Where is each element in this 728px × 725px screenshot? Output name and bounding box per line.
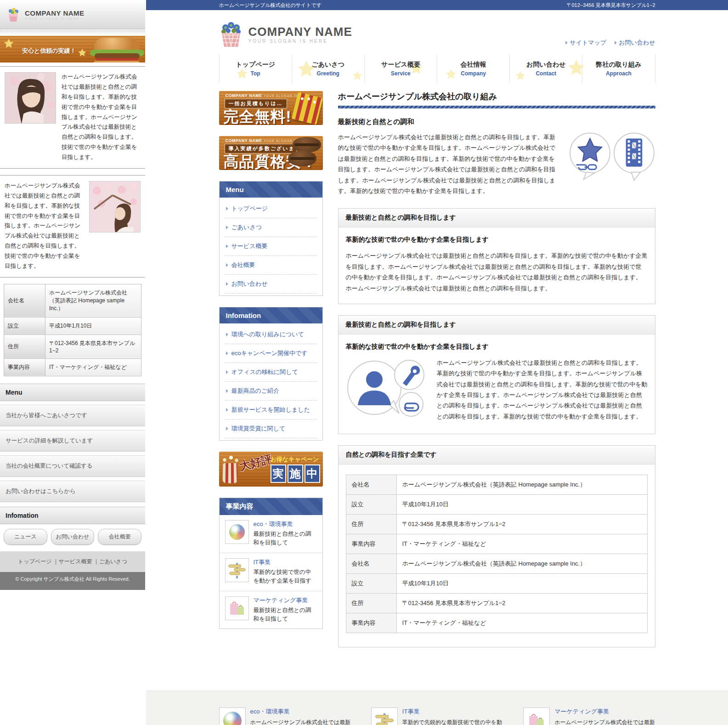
menu-link-contact[interactable]: お問い合わせ xyxy=(225,275,317,294)
contact-link[interactable]: お問い合わせ xyxy=(615,39,655,47)
star-icon xyxy=(77,48,87,58)
section-2: 最新技術と自然との調和を目指します 革新的な技術で世の中を動かす企業を目指します xyxy=(338,315,655,434)
business-item-eco[interactable]: eco・環境事業最新技術と自然との調和を目指して xyxy=(220,515,322,553)
shopping-bags-icon xyxy=(527,711,546,725)
footer-marketing-link[interactable]: マーケティング事業 xyxy=(554,708,609,715)
table-row: 設立平成10年1月10日 xyxy=(346,494,647,514)
star-icon xyxy=(514,70,526,82)
company-section-header: 自然との調和を目指す企業です xyxy=(339,446,655,464)
table-row: 住所〒012-3456 見本県見本市サンプル1−2 xyxy=(346,593,647,613)
flower-basket-icon xyxy=(219,21,243,48)
section-1-subheading: 革新的な技術で世の中を動かす企業を目指します xyxy=(346,236,648,244)
star-icon xyxy=(566,58,587,78)
sidebar-menu-item-service[interactable]: サービスの詳細を解説しています xyxy=(0,430,145,452)
blossom-photo xyxy=(89,181,141,232)
nav-item-contact[interactable]: お問い合わせContact xyxy=(510,54,582,83)
arrow-icon xyxy=(226,427,228,430)
news-button[interactable]: ニュース xyxy=(4,529,47,545)
content-area: COMPANY NAME YOUR SLOGAN IS HERE 一括お見積もり… xyxy=(219,83,655,658)
title-rule xyxy=(338,106,655,108)
arrow-icon xyxy=(226,207,228,210)
arrow-icon xyxy=(226,282,228,286)
campaign-bigtext: 実施中 xyxy=(271,464,320,483)
sidebar-banner-text: 安心と信頼の実績！ xyxy=(22,47,76,55)
info-link[interactable]: 最新商品のご紹介 xyxy=(225,382,317,401)
sidebar-logo[interactable]: COMPANY NAME YOUR SLOGAN IS HERE xyxy=(0,0,145,29)
nav-item-greeting[interactable]: ごあいさつGreeting xyxy=(292,54,365,83)
business-item-it[interactable]: IT事業革新的な技術で世の中を動かす企業を目指す xyxy=(220,553,322,591)
arrow-icon xyxy=(565,41,568,45)
sidebar-menu-item-contact[interactable]: お問い合わせはこちらから xyxy=(0,481,145,502)
star-icon xyxy=(3,38,15,50)
arrow-icon xyxy=(615,41,617,45)
arrow-icon xyxy=(226,263,228,267)
free-estimate-banner[interactable]: COMPANY NAME YOUR SLOGAN IS HERE 一括お見積もり… xyxy=(219,91,323,125)
page-title: ホームページサンプル株式会社の取り組み xyxy=(338,91,655,106)
contact-button[interactable]: お問い合わせ xyxy=(51,529,95,545)
sidebar-menu-item-company[interactable]: 当社の会社概要について確認する xyxy=(0,455,145,477)
sitemap-link[interactable]: サイトマップ xyxy=(565,39,606,47)
section-2-subheading: 革新的な技術で世の中を動かす企業を目指します xyxy=(346,343,648,351)
menu-link-company[interactable]: 会社概要 xyxy=(225,256,317,275)
intro-block: ホームページサンプル株式会社では最新技術と自然との調和を目指します。革新的な技術… xyxy=(338,132,655,196)
table-row: 住所〒012-3456 見本県見本市サンプル1−2 xyxy=(346,514,647,534)
footer: eco・環境事業 ホームページサンプル株式会社では最新技術と自然との調和を目指し… xyxy=(146,691,728,725)
quality-banner[interactable]: COMPANY NAME YOUR SLOGAN IS HERE 導入実績が多数… xyxy=(219,136,323,170)
site-logo[interactable]: COMPANY NAME YOUR SLOGAN IS HERE xyxy=(219,21,352,48)
sidebar-copyright: © Copyright サンプル株式会社 All Rights Reseved. xyxy=(0,572,145,590)
menu-link-service[interactable]: サービス概要 xyxy=(225,237,317,256)
arrow-icon xyxy=(226,226,228,229)
star-icon xyxy=(445,68,457,81)
nav-item-approach[interactable]: 弊社の取り組みApproach xyxy=(582,54,655,83)
section-1: 最新技術と自然との調和を目指します 革新的な技術で世の中を動かす企業を目指します… xyxy=(338,208,655,304)
info-link[interactable]: 新規サービスを開始しました xyxy=(225,401,317,419)
star-glasses-bubble-icon xyxy=(568,132,612,182)
section-2-header: 最新技術と自然との調和を目指します xyxy=(339,316,655,334)
company-button[interactable]: 会社概要 xyxy=(98,529,141,545)
sidebar-hero-banner[interactable]: 安心と信頼の実績！ xyxy=(0,36,145,62)
sidebar-menu-item-greeting[interactable]: 当社から皆様へごあいさつです xyxy=(0,405,145,426)
top-bar: ホームページサンプル株式会社のサイトです 〒012−3456 見本県見本市サンプ… xyxy=(146,0,728,10)
star-icon xyxy=(351,70,363,82)
info-link[interactable]: ecoキャンペーン開催中です xyxy=(225,344,317,363)
section-2-body: ホームページサンプル株式会社では最新技術と自然との調和を目指します。革新的な技術… xyxy=(437,357,648,422)
business-item-marketing[interactable]: マーケティング事業最新技術と自然との調和を目指して xyxy=(220,591,322,629)
sidebar-footer-links[interactable]: トップページ ｜サービス概要 ｜ごあいさつ xyxy=(0,551,145,572)
sidebar-about-text-2: ホームページサンプル株式会社では最新技術と自然との調和を目指します。革新的な技術… xyxy=(5,181,84,272)
company-name: COMPANY NAME xyxy=(248,25,352,39)
table-row: 設立平成10年1月10日 xyxy=(4,317,141,334)
macaron-icon xyxy=(289,137,321,169)
footer-marketing-desc: ホームページサンプル株式会社では最新技術と自然との調和を目指します。 xyxy=(554,718,655,725)
main-site: ホームページサンプル株式会社のサイトです 〒012−3456 見本県見本市サンプ… xyxy=(146,0,728,725)
info-link[interactable]: オフィスの移転に関して xyxy=(225,363,317,382)
footer-col-it: IT事業 革新的で先鋭的な最新技術で世の中を動かす企業を目指します。 xyxy=(371,708,503,725)
table-row: 設立平成10年1月10日 xyxy=(346,573,647,593)
info-link[interactable]: 環境への取り組みについて xyxy=(225,325,317,344)
menu-link-top[interactable]: トップページ xyxy=(225,199,317,218)
divider xyxy=(0,30,145,34)
campaign-subtext: お得なキャペーン xyxy=(271,455,319,464)
signpost-icon xyxy=(375,711,394,725)
table-row: 事業内容IT・マーケティング・福祉など xyxy=(4,358,141,376)
infomation-box: Infomation 環境への取り組みについて ecoキャンペーン開催中です オ… xyxy=(219,307,323,441)
sidebar-menu-heading: Menu xyxy=(0,384,145,401)
site-description: ホームページサンプル株式会社のサイトです xyxy=(219,2,322,9)
nav-item-top[interactable]: トップページTop xyxy=(220,54,292,83)
arrow-icon xyxy=(226,244,228,248)
menu-link-greeting[interactable]: ごあいさつ xyxy=(225,218,317,237)
film-bubble-icon xyxy=(613,132,655,182)
footer-it-link[interactable]: IT事業 xyxy=(402,708,420,715)
hamburger-image xyxy=(90,38,144,62)
info-link[interactable]: 環境賞受賞に関して xyxy=(225,419,317,438)
section-1-body: ホームページサンプル株式会社では最新技術と自然との調和を目指します。革新的な技術… xyxy=(346,250,648,294)
arrow-icon xyxy=(226,333,228,336)
signpost-icon xyxy=(228,561,246,579)
arrow-icon xyxy=(226,351,228,355)
footer-eco-link[interactable]: eco・環境事業 xyxy=(250,708,290,715)
sphere-icon xyxy=(229,524,245,540)
table-row: 住所〒012-3456 見本県見本市サンプル1−2 xyxy=(4,334,141,358)
campaign-banner[interactable]: 大好評 お得なキャペーン 実施中 xyxy=(219,452,323,487)
footer-col-marketing: マーケティング事業 ホームページサンプル株式会社では最新技術と自然との調和を目指… xyxy=(523,708,655,725)
nav-item-company[interactable]: 会社情報Company xyxy=(437,54,510,83)
nav-item-service[interactable]: サービス概要Service xyxy=(365,54,437,83)
